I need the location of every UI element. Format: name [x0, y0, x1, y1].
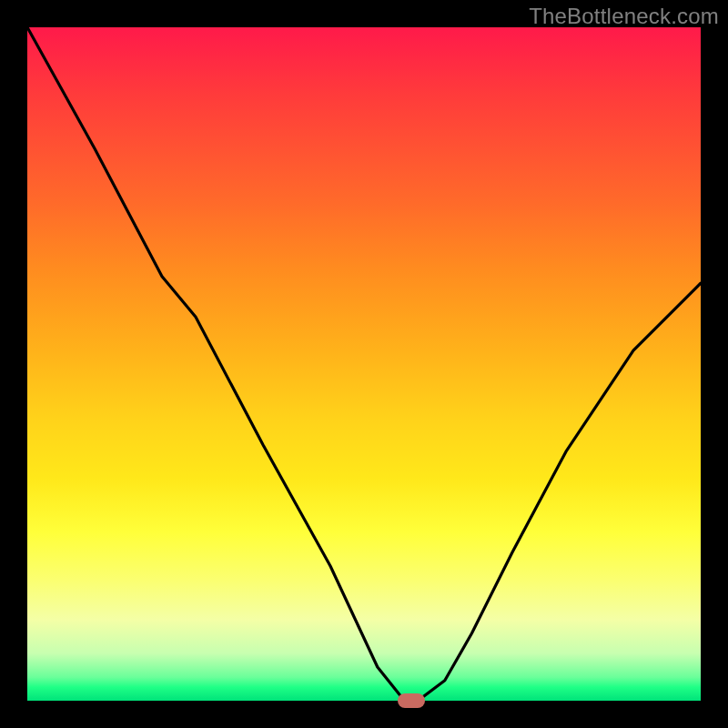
optimum-marker: [398, 693, 425, 708]
plot-area: [27, 27, 701, 701]
bottleneck-curve: [27, 27, 701, 701]
chart-frame: TheBottleneck.com: [0, 0, 728, 728]
attribution-label: TheBottleneck.com: [529, 4, 719, 29]
